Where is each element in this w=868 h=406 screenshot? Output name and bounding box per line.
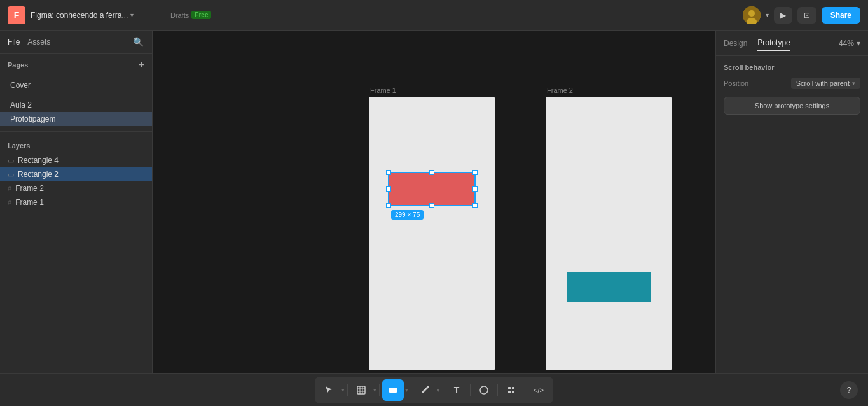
page-item-prototipagem[interactable]: Prototipagem: [0, 112, 152, 126]
avatar-img: [743, 6, 761, 24]
select-tool[interactable]: [319, 379, 340, 401]
layer-item-frame1[interactable]: # Frame 1: [0, 195, 152, 209]
bottom-toolbar: ▾ ▾ ▾ ▾: [315, 377, 553, 403]
ellipse-tool[interactable]: [473, 379, 495, 401]
main-layout: File Assets 🔍 Pages + Cover Aula 2 Proto…: [0, 31, 868, 373]
ellipse-icon: [479, 385, 489, 395]
page-item-aula2[interactable]: Aula 2: [0, 98, 152, 112]
layer-item-rect2[interactable]: ▭ Rectangle 2: [0, 167, 152, 181]
page-list: Cover Aula 2 Prototipagem: [0, 76, 152, 129]
title-group: Figma: conhecendo a ferra... ▾: [31, 11, 134, 20]
frame-tool[interactable]: [350, 379, 372, 401]
tab-assets[interactable]: Assets: [27, 36, 50, 48]
layers-title: Layers: [0, 139, 152, 153]
select-icon: [324, 385, 334, 395]
layer-label-frame2: Frame 2: [15, 184, 44, 193]
rectangle-tool[interactable]: [382, 379, 404, 401]
scroll-behavior-title: Scroll behavior: [724, 64, 860, 71]
position-select[interactable]: Scroll with parent ▾: [791, 78, 860, 89]
components-icon: [506, 385, 516, 395]
drafts-label: Drafts: [170, 11, 189, 19]
svg-rect-13: [508, 391, 511, 393]
tab-design[interactable]: Design: [724, 36, 747, 50]
layout-icon: ⊡: [804, 11, 810, 20]
add-page-button[interactable]: +: [139, 59, 144, 71]
avatar[interactable]: [743, 6, 761, 24]
svg-rect-8: [389, 388, 397, 393]
separator2: [379, 384, 380, 396]
layers-section: Layers ▭ Rectangle 4 ▭ Rectangle 2 # Fra…: [0, 134, 152, 214]
frame1-label: Frame 1: [370, 87, 396, 94]
zoom-label: 44%: [839, 39, 854, 48]
project-title: Figma: conhecendo a ferra...: [31, 11, 128, 20]
figma-logo-icon[interactable]: F: [8, 6, 25, 24]
zoom-chevron-icon: ▾: [857, 39, 860, 48]
separator4: [443, 384, 443, 396]
show-prototype-settings-button[interactable]: Show prototype settings: [724, 97, 860, 115]
canvas[interactable]: Frame 1 Frame 2 299 × 75: [153, 31, 715, 373]
handle-tr[interactable]: [472, 170, 478, 175]
present-button[interactable]: ▶: [774, 7, 792, 24]
frame2-label: Frame 2: [547, 87, 573, 94]
position-row: Position Scroll with parent ▾: [724, 78, 860, 89]
zoom-control[interactable]: 44% ▾: [839, 39, 860, 48]
top-bar: F Figma: conhecendo a ferra... ▾ Drafts …: [0, 0, 868, 31]
avatar-chevron-icon[interactable]: ▾: [766, 11, 769, 18]
help-icon: ?: [846, 385, 851, 395]
frame2-box[interactable]: [546, 97, 672, 370]
layer-label-rect4: Rectangle 4: [18, 156, 59, 165]
text-icon: T: [454, 385, 460, 395]
svg-rect-12: [512, 387, 514, 389]
tab-file[interactable]: File: [8, 36, 20, 48]
handle-br[interactable]: [472, 203, 478, 208]
section-divider: [0, 131, 152, 132]
layer-item-frame2[interactable]: # Frame 2: [0, 181, 152, 195]
code-icon: </>: [534, 386, 544, 394]
pages-section-header: Pages +: [0, 54, 152, 76]
layer-item-rect4[interactable]: ▭ Rectangle 4: [0, 153, 152, 167]
pen-icon: [420, 385, 430, 395]
bottom-bar: ▾ ▾ ▾ ▾: [0, 373, 868, 406]
search-icon[interactable]: 🔍: [132, 36, 144, 48]
help-button[interactable]: ?: [840, 381, 858, 399]
separator3: [411, 384, 411, 396]
handle-rc[interactable]: [472, 186, 478, 192]
layer-label-frame1: Frame 1: [15, 198, 44, 207]
page-item-cover[interactable]: Cover: [0, 78, 152, 92]
handle-tc[interactable]: [429, 170, 434, 175]
handle-tl[interactable]: [386, 170, 391, 175]
frame1-box[interactable]: [369, 97, 495, 370]
rectangle4-teal[interactable]: [567, 272, 651, 302]
layer-label-rect2: Rectangle 2: [18, 170, 59, 179]
code-tool[interactable]: </>: [528, 379, 549, 401]
rectangle2-selected[interactable]: [388, 172, 476, 206]
share-button[interactable]: Share: [822, 7, 860, 24]
rectangle-icon: [388, 385, 398, 395]
rect-icon-2: ▭: [8, 171, 14, 179]
handle-bc[interactable]: [429, 203, 434, 208]
frame-icon-1: #: [8, 199, 11, 206]
frame-tool-chevron[interactable]: ▾: [373, 387, 376, 393]
tab-prototype[interactable]: Prototype: [757, 36, 790, 51]
select-tool-chevron[interactable]: ▾: [341, 387, 345, 393]
svg-point-9: [427, 386, 429, 388]
scroll-behavior-section: Scroll behavior Position Scroll with par…: [716, 56, 868, 122]
handle-bl[interactable]: [386, 203, 391, 208]
free-badge: Free: [191, 11, 211, 19]
svg-point-1: [748, 10, 755, 17]
pen-tool[interactable]: [414, 379, 436, 401]
text-tool[interactable]: T: [446, 379, 467, 401]
position-label: Position: [724, 80, 748, 87]
handle-lc[interactable]: [386, 186, 391, 192]
left-panel: File Assets 🔍 Pages + Cover Aula 2 Proto…: [0, 31, 153, 373]
frame-icon: [356, 385, 366, 395]
layout-button[interactable]: ⊡: [797, 7, 816, 24]
pen-tool-chevron[interactable]: ▾: [437, 387, 440, 393]
top-bar-left: F Figma: conhecendo a ferra... ▾: [8, 6, 160, 24]
top-bar-right: ▾ ▶ ⊡ Share: [733, 6, 860, 24]
rectangle-tool-chevron[interactable]: ▾: [405, 387, 408, 393]
right-panel: Design Prototype 44% ▾ Scroll behavior P…: [715, 31, 868, 373]
components-tool[interactable]: [500, 379, 522, 401]
title-chevron-icon[interactable]: ▾: [130, 11, 134, 18]
panel-tabs: File Assets 🔍: [0, 31, 152, 54]
